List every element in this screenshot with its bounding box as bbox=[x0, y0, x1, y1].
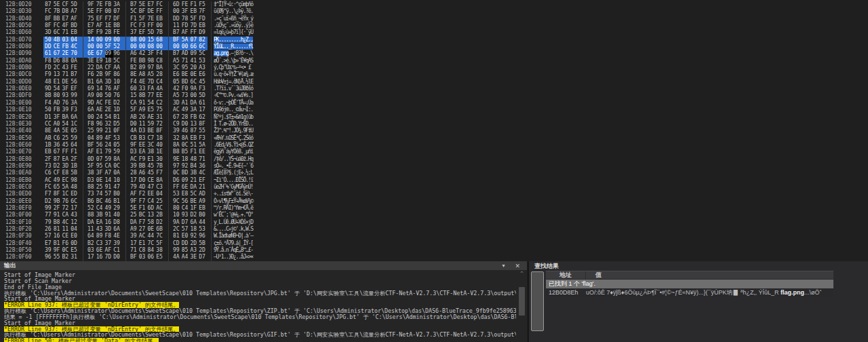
hex-byte[interactable]: B0 bbox=[199, 212, 208, 218]
hex-byte[interactable]: 71 bbox=[62, 29, 71, 36]
hex-byte[interactable]: 39 bbox=[113, 240, 122, 247]
hex-byte[interactable]: 76 bbox=[113, 92, 122, 99]
hex-byte[interactable]: 67 bbox=[173, 114, 182, 121]
hex-byte[interactable]: 4A bbox=[173, 254, 182, 261]
hex-byte[interactable]: 00 bbox=[87, 114, 96, 121]
hex-byte[interactable]: 25 bbox=[156, 198, 165, 205]
hex-byte[interactable]: B8 bbox=[54, 219, 62, 226]
hex-byte[interactable]: FC bbox=[54, 22, 62, 29]
hex-byte[interactable]: 96 bbox=[96, 121, 105, 128]
hex-ascii[interactable]: Ò›vl¶¼F±Ÿ÷Ä%œV¾© bbox=[214, 198, 253, 205]
hex-byte[interactable]: C8 bbox=[156, 58, 165, 64]
hex-byte[interactable]: E8 bbox=[62, 170, 71, 176]
hex-byte[interactable]: F4 bbox=[130, 79, 139, 86]
hex-byte[interactable]: 84 bbox=[148, 247, 157, 254]
hex-byte[interactable]: FD bbox=[45, 64, 54, 71]
hex-byte[interactable]: 3E bbox=[191, 254, 199, 261]
hex-byte[interactable]: 7B bbox=[156, 163, 165, 170]
hex-byte[interactable]: 45 bbox=[148, 163, 157, 170]
hex-byte[interactable]: 85 bbox=[182, 247, 191, 254]
hex-byte[interactable]: 6C bbox=[199, 43, 208, 50]
hex-byte[interactable]: E5 bbox=[148, 107, 157, 113]
hex-byte[interactable]: 53 bbox=[199, 58, 208, 64]
hex-byte[interactable]: 3C bbox=[148, 142, 157, 149]
hex-byte[interactable]: 09 bbox=[182, 177, 191, 184]
hex-byte[interactable]: AC bbox=[173, 107, 182, 113]
hex-byte[interactable]: FE bbox=[71, 64, 79, 71]
find-result-address[interactable]: 12B0D8Eh bbox=[546, 288, 586, 297]
hex-byte[interactable]: EB bbox=[71, 29, 79, 36]
hex-byte[interactable]: 72 bbox=[156, 121, 165, 128]
hex-byte[interactable]: E6 bbox=[173, 71, 182, 78]
hex-byte[interactable]: 41 bbox=[191, 58, 199, 64]
hex-byte[interactable]: 24 bbox=[96, 114, 105, 121]
hex-byte[interactable]: C9 bbox=[173, 121, 182, 128]
hex-byte[interactable]: 50 bbox=[45, 107, 54, 113]
hex-byte[interactable]: 3F bbox=[62, 86, 71, 92]
hex-byte[interactable]: 47 bbox=[113, 184, 122, 191]
hex-byte[interactable]: 88 bbox=[62, 58, 71, 64]
hex-byte[interactable]: EF bbox=[96, 16, 105, 22]
hex-byte[interactable]: 70 bbox=[71, 50, 79, 57]
hex-byte[interactable]: 3F bbox=[182, 8, 191, 15]
hex-byte[interactable]: 99 bbox=[71, 92, 79, 99]
hex-byte[interactable]: 11 bbox=[139, 121, 148, 128]
hex-byte[interactable]: 5E bbox=[139, 1, 148, 8]
hex-byte[interactable]: 6A bbox=[191, 219, 199, 226]
hex-byte[interactable]: AB bbox=[45, 135, 54, 142]
hex-byte[interactable]: 00 bbox=[130, 43, 139, 50]
hex-byte[interactable]: 10 bbox=[113, 177, 122, 184]
hex-byte[interactable]: 45 bbox=[199, 79, 208, 86]
hex-byte[interactable]: F1 bbox=[71, 149, 79, 155]
hex-byte[interactable]: 25 bbox=[130, 212, 139, 218]
hex-byte[interactable]: 8A bbox=[173, 142, 182, 149]
hex-byte[interactable]: F7 bbox=[45, 191, 54, 197]
hex-byte[interactable]: 48 bbox=[71, 184, 79, 191]
hex-byte[interactable]: 57 bbox=[45, 233, 54, 240]
hex-byte[interactable]: AF bbox=[87, 149, 96, 155]
hex-byte[interactable]: E5 bbox=[156, 254, 165, 261]
hex-byte[interactable]: 6A bbox=[96, 79, 105, 86]
hex-byte[interactable]: 03 bbox=[62, 37, 71, 43]
hex-byte[interactable]: FF bbox=[173, 184, 182, 191]
hex-byte[interactable]: D0 bbox=[130, 121, 139, 128]
hex-byte[interactable]: F6 bbox=[87, 71, 96, 78]
hex-byte[interactable]: 4F bbox=[105, 135, 114, 142]
hex-byte[interactable]: 00 bbox=[87, 43, 96, 50]
hex-ascii[interactable]: Ñ?ºj.$T±«&®1g(ûb bbox=[214, 114, 253, 121]
hex-byte[interactable]: EE bbox=[139, 142, 148, 149]
hex-byte[interactable]: C8 bbox=[139, 247, 148, 254]
hex-ascii[interactable]: w'ÊCˆ;'@%¼.+.“Ò° bbox=[214, 212, 253, 218]
hex-byte[interactable]: 56 bbox=[71, 79, 79, 86]
hex-byte[interactable]: AE bbox=[148, 114, 157, 121]
hex-byte[interactable]: AC bbox=[130, 156, 139, 163]
hex-byte[interactable]: ED bbox=[71, 191, 79, 197]
hex-byte[interactable]: 7D bbox=[148, 79, 157, 86]
hex-byte[interactable]: 8B bbox=[45, 92, 54, 99]
hex-byte[interactable]: 16 bbox=[54, 233, 62, 240]
hex-byte[interactable]: FB bbox=[191, 114, 199, 121]
hex-byte[interactable]: 92 bbox=[191, 233, 199, 240]
hex-byte[interactable]: AF bbox=[71, 16, 79, 22]
hex-byte[interactable]: AF bbox=[182, 29, 191, 36]
hex-byte[interactable]: BE bbox=[148, 128, 157, 134]
hex-byte[interactable]: 3F bbox=[148, 50, 157, 57]
hex-byte[interactable]: 1D bbox=[113, 107, 122, 113]
hex-byte[interactable]: BD bbox=[182, 170, 191, 176]
hex-byte[interactable]: BA bbox=[156, 64, 165, 71]
hex-byte[interactable]: 3D bbox=[173, 100, 182, 107]
hex-byte[interactable]: 8A bbox=[182, 135, 191, 142]
hex-byte[interactable]: 09 bbox=[191, 50, 199, 57]
hex-byte[interactable]: E7 bbox=[45, 240, 54, 247]
hex-byte[interactable]: D0 bbox=[113, 254, 122, 261]
hex-byte[interactable]: 6E bbox=[182, 184, 191, 191]
hex-byte[interactable]: 48 bbox=[45, 79, 54, 86]
hex-byte[interactable]: 78 bbox=[182, 16, 191, 22]
hex-byte[interactable]: 98 bbox=[71, 177, 79, 184]
hex-byte[interactable]: 71 bbox=[199, 156, 208, 163]
hex-byte[interactable]: BA bbox=[62, 114, 71, 121]
hex-byte[interactable]: 7D bbox=[105, 254, 114, 261]
hex-byte[interactable]: D2 bbox=[191, 212, 199, 218]
hex-byte[interactable]: 05 bbox=[71, 128, 79, 134]
hex-byte[interactable]: A6 bbox=[130, 50, 139, 57]
